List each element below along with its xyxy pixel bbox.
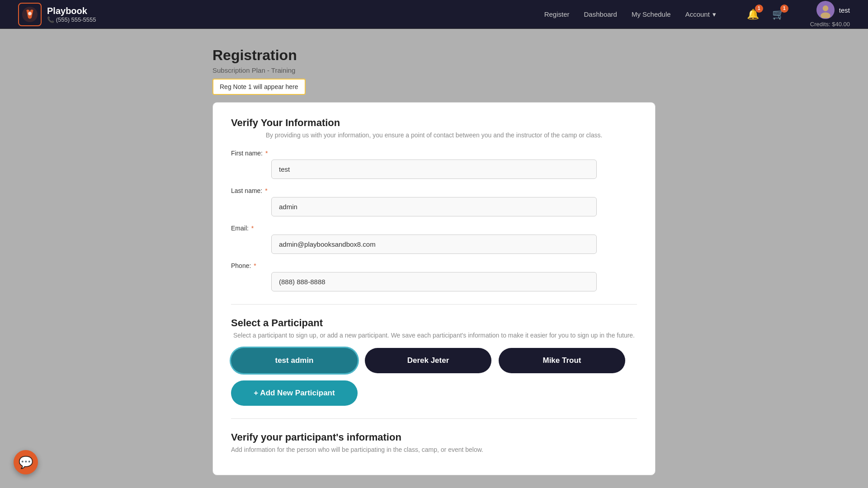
add-participant-row: + Add New Participant bbox=[231, 380, 637, 406]
notifications-button[interactable]: 🔔 1 bbox=[745, 6, 761, 23]
main-container: Registration Subscription Plan - Trainin… bbox=[203, 47, 665, 475]
participant-buttons: test admin Derek Jeter Mike Trout bbox=[231, 348, 637, 373]
user-row: test bbox=[816, 1, 850, 19]
credits-text: Credits: $40.00 bbox=[810, 21, 850, 28]
first-name-label: First name: * bbox=[231, 150, 637, 157]
account-dropdown[interactable]: Account ▾ bbox=[685, 10, 716, 19]
user-section: test Credits: $40.00 bbox=[810, 1, 850, 28]
phone-required: * bbox=[254, 262, 256, 269]
registration-card: Verify Your Information By providing us … bbox=[212, 102, 656, 475]
brand-phone: 📞 (555) 555-5555 bbox=[47, 16, 96, 23]
select-participant-desc: Select a participant to sign up, or add … bbox=[231, 332, 637, 339]
phone-group: Phone: * bbox=[231, 262, 637, 291]
verify-participant-title: Verify your participant's information bbox=[231, 432, 637, 443]
brand: Playbook 📞 (555) 555-5555 bbox=[18, 3, 96, 26]
navbar-nav: Register Dashboard My Schedule Account ▾… bbox=[544, 1, 850, 28]
last-name-required: * bbox=[265, 187, 267, 194]
chevron-down-icon: ▾ bbox=[712, 10, 716, 19]
nav-dashboard[interactable]: Dashboard bbox=[584, 10, 617, 18]
last-name-input[interactable] bbox=[271, 197, 597, 216]
brand-name: Playbook bbox=[47, 5, 96, 16]
navbar-icons: 🔔 1 🛒 1 bbox=[745, 6, 787, 23]
brand-text: Playbook 📞 (555) 555-5555 bbox=[47, 5, 96, 23]
phone-input[interactable] bbox=[271, 272, 597, 291]
reg-note: Reg Note 1 will appear here bbox=[212, 79, 306, 95]
verify-info-desc: By providing us with your information, y… bbox=[231, 131, 637, 139]
page-title: Registration bbox=[212, 47, 656, 64]
nav-register[interactable]: Register bbox=[544, 10, 570, 18]
first-name-input[interactable] bbox=[271, 160, 597, 179]
participant-divider bbox=[231, 418, 637, 419]
brand-logo bbox=[18, 3, 42, 26]
section-divider bbox=[231, 304, 637, 305]
svg-point-3 bbox=[823, 5, 829, 11]
email-input[interactable] bbox=[271, 235, 597, 254]
chat-icon: 💬 bbox=[19, 455, 33, 469]
cart-button[interactable]: 🛒 1 bbox=[770, 6, 787, 23]
participant-btn-mike-trout[interactable]: Mike Trout bbox=[499, 348, 625, 373]
verify-participant-desc: Add information for the person who will … bbox=[231, 446, 637, 453]
nav-my-schedule[interactable]: My Schedule bbox=[632, 10, 671, 18]
phone-label: Phone: * bbox=[231, 262, 637, 269]
add-new-participant-button[interactable]: + Add New Participant bbox=[231, 380, 358, 406]
participant-btn-test-admin[interactable]: test admin bbox=[231, 348, 358, 373]
avatar bbox=[816, 1, 835, 19]
last-name-label: Last name: * bbox=[231, 187, 637, 194]
notifications-badge: 1 bbox=[755, 5, 763, 13]
first-name-required: * bbox=[265, 150, 268, 157]
participant-btn-derek-jeter[interactable]: Derek Jeter bbox=[365, 348, 491, 373]
email-required: * bbox=[251, 225, 254, 232]
select-participant-title: Select a Participant bbox=[231, 317, 637, 329]
navbar: Playbook 📞 (555) 555-5555 Register Dashb… bbox=[0, 0, 868, 29]
cart-badge: 1 bbox=[780, 5, 788, 13]
email-label: Email: * bbox=[231, 225, 637, 232]
page-subtitle: Subscription Plan - Training bbox=[212, 66, 656, 74]
email-group: Email: * bbox=[231, 225, 637, 254]
svg-point-1 bbox=[28, 12, 32, 15]
last-name-group: Last name: * bbox=[231, 187, 637, 216]
first-name-group: First name: * bbox=[231, 150, 637, 179]
verify-info-title: Verify Your Information bbox=[231, 117, 637, 129]
chat-button[interactable]: 💬 bbox=[14, 450, 38, 474]
user-name: test bbox=[839, 6, 850, 14]
